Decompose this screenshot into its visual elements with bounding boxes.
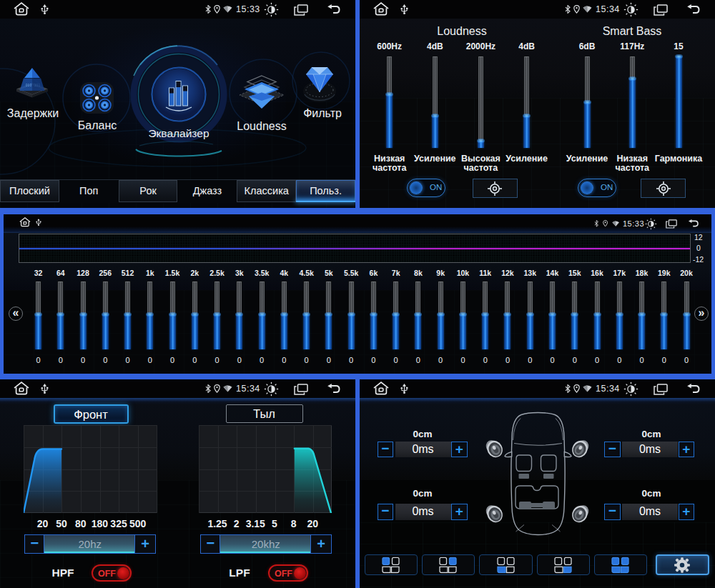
svg-text:010: 010 — [26, 83, 32, 87]
svg-text:101: 101 — [34, 83, 41, 87]
